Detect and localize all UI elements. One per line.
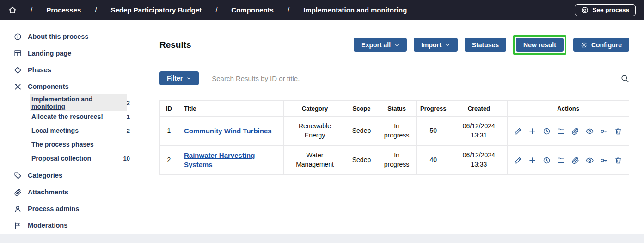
clock-icon[interactable] — [543, 156, 551, 164]
flag-icon — [14, 222, 22, 230]
import-button[interactable]: Import — [414, 38, 458, 52]
permissions-key-icon[interactable] — [600, 156, 608, 164]
attachment-icon[interactable] — [571, 127, 579, 135]
add-icon[interactable] — [528, 156, 536, 164]
statuses-label: Statuses — [472, 41, 499, 49]
sidebar-item-components[interactable]: Components — [14, 78, 144, 95]
row-actions — [512, 156, 624, 164]
attachment-icon[interactable] — [571, 156, 579, 164]
permissions-key-icon[interactable] — [600, 127, 608, 135]
header-id: ID — [160, 101, 178, 117]
edit-icon[interactable] — [514, 127, 522, 135]
configure-button[interactable]: Configure — [573, 38, 629, 52]
table-row: 2 Rainwater Harvesting Systems Water Man… — [160, 146, 629, 175]
page-title: Results — [159, 40, 191, 50]
paperclip-icon — [14, 188, 22, 196]
sidebar-subitem-proposal-collection[interactable]: Proposal collection 10 — [30, 151, 135, 165]
sidebar-item-categories[interactable]: Categories — [14, 167, 144, 184]
subitem-label: The process phases — [30, 140, 96, 149]
sidebar-item-landing-page[interactable]: Landing page — [14, 45, 144, 62]
tag-icon — [14, 172, 22, 180]
eye-icon — [581, 6, 589, 14]
sidebar-item-label: About this process — [28, 33, 88, 40]
preview-eye-icon[interactable] — [586, 156, 594, 164]
sidebar-item-process-admins[interactable]: Process admins — [14, 200, 144, 217]
search-input[interactable] — [212, 75, 620, 82]
delete-trash-icon[interactable] — [614, 156, 622, 164]
cell-scope: Sedep — [346, 117, 377, 146]
delete-trash-icon[interactable] — [614, 127, 622, 135]
breadcrumb-processes[interactable]: Processes — [46, 6, 81, 14]
header-status: Status — [377, 101, 417, 117]
subitem-count: 1 — [127, 113, 130, 120]
search-button[interactable] — [620, 74, 629, 83]
chevron-down-icon — [186, 76, 191, 81]
cell-progress: 50 — [417, 117, 450, 146]
subitem-count: 10 — [123, 155, 130, 162]
cell-scope: Sedep — [346, 146, 377, 175]
export-all-label: Export all — [361, 41, 391, 49]
filter-button[interactable]: Filter — [159, 71, 199, 85]
add-icon[interactable] — [528, 127, 536, 135]
sidebar-subitem-implementation-and-monitoring[interactable]: Implementation and monitoring 2 — [30, 96, 135, 110]
subitem-label: Proposal collection — [30, 154, 93, 163]
subitem-count: 2 — [127, 127, 130, 134]
sidebar-subitem-local-meetings[interactable]: Local meetings 2 — [30, 124, 135, 137]
cell-created: 06/12/2024 13:33 — [450, 146, 508, 175]
diamond-icon — [14, 66, 22, 74]
sidebar-subitem-the-process-phases[interactable]: The process phases — [30, 137, 135, 151]
header-created: Created — [450, 101, 508, 117]
components-submenu: Implementation and monitoring 2 Allocate… — [14, 95, 144, 167]
header-actions: Actions — [508, 101, 629, 117]
see-process-button[interactable]: See process — [575, 4, 636, 16]
see-process-label: See process — [592, 6, 629, 13]
export-all-button[interactable]: Export all — [354, 38, 407, 52]
clock-icon[interactable] — [543, 127, 551, 135]
statuses-button[interactable]: Statuses — [465, 38, 506, 52]
result-title-link[interactable]: Rainwater Harvesting Systems — [184, 151, 279, 170]
tools-icon — [14, 83, 22, 91]
breadcrumb-separator: / — [215, 6, 217, 14]
subitem-label: Local meetings — [30, 126, 80, 135]
chevron-down-icon — [394, 43, 399, 48]
info-icon — [14, 33, 22, 41]
sidebar-item-phases[interactable]: Phases — [14, 62, 144, 78]
header-scope: Scope — [346, 101, 377, 117]
preview-eye-icon[interactable] — [586, 127, 594, 135]
cell-created: 06/12/2024 13:31 — [450, 117, 508, 146]
sidebar-item-label: Moderations — [28, 222, 67, 229]
search-icon — [620, 74, 629, 83]
sidebar-item-moderations[interactable]: Moderations — [14, 217, 144, 234]
cell-category: Renewable Energy — [284, 117, 346, 146]
subitem-count: 2 — [127, 100, 130, 106]
result-title-link[interactable]: Community Wind Turbines — [184, 126, 272, 136]
cell-status: In progress — [377, 117, 417, 146]
sidebar-item-about[interactable]: About this process — [14, 28, 144, 45]
user-icon — [14, 205, 22, 213]
sidebar-subitem-allocate-the-resources[interactable]: Allocate the resources! 1 — [30, 110, 135, 124]
breadcrumb-current: Implementation and monitoring — [303, 6, 407, 14]
gear-icon — [581, 42, 588, 49]
sidebar-item-attachments[interactable]: Attachments — [14, 184, 144, 200]
cell-progress: 40 — [417, 146, 450, 175]
filter-search-bar: Filter — [159, 71, 629, 85]
edit-icon[interactable] — [514, 156, 522, 164]
breadcrumb-process-name[interactable]: Sedep Participatory Budget — [110, 6, 202, 14]
configure-label: Configure — [591, 41, 622, 49]
sidebar-item-label: Process admins — [28, 205, 79, 212]
new-result-button[interactable]: New result — [516, 38, 564, 52]
breadcrumb-separator: / — [95, 6, 97, 14]
sidebar-item-label: Landing page — [28, 50, 71, 57]
table-header-row: ID Title Category Scope Status Progress … — [160, 101, 629, 117]
folder-icon[interactable] — [557, 127, 565, 135]
results-table: ID Title Category Scope Status Progress … — [159, 100, 629, 175]
home-icon[interactable] — [8, 6, 17, 14]
cell-category: Water Management — [284, 146, 346, 175]
breadcrumb-components[interactable]: Components — [231, 6, 274, 14]
subitem-label: Allocate the resources! — [30, 112, 105, 121]
sidebar-item-label: Phases — [28, 66, 51, 74]
folder-icon[interactable] — [557, 156, 565, 164]
header-category: Category — [284, 101, 346, 117]
layout-icon — [14, 50, 22, 57]
breadcrumb-separator: / — [31, 6, 32, 14]
